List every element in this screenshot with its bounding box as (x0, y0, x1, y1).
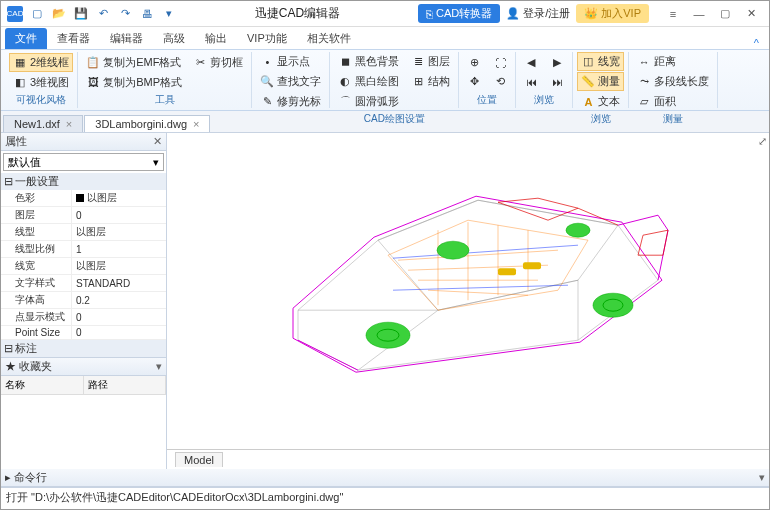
measure-label: 测量 (598, 74, 620, 89)
prop-value[interactable]: 以图层 (71, 224, 166, 240)
close-icon[interactable]: ✕ (739, 5, 763, 23)
linewidth-button[interactable]: ◫线宽 (577, 52, 624, 71)
prop-row[interactable]: 点显示模式0 (1, 309, 166, 326)
cut-button[interactable]: ✂剪切框 (189, 53, 247, 72)
distance-button[interactable]: ↔距离 (633, 52, 680, 71)
doc-tab-1[interactable]: 3DLamborgini.dwg× (84, 115, 210, 132)
settings-icon[interactable]: ≡ (661, 5, 685, 23)
login-button[interactable]: 👤 登录/注册 (506, 6, 570, 21)
nav-next-button[interactable]: ▶ (546, 54, 568, 72)
prop-row[interactable]: 文字样式STANDARD (1, 275, 166, 292)
prop-cat-marker-label: 标注 (15, 341, 37, 356)
ribbon-collapse-icon[interactable]: ^ (748, 37, 765, 49)
prop-value[interactable]: 0 (71, 207, 166, 223)
prop-value[interactable]: 0.2 (71, 292, 166, 308)
show-pt-button[interactable]: •显示点 (256, 52, 314, 71)
save-icon[interactable]: 💾 (73, 6, 89, 22)
text-button[interactable]: A文本 (577, 92, 624, 111)
prop-value[interactable]: STANDARD (71, 275, 166, 291)
fav-col-name[interactable]: 名称 (1, 376, 84, 394)
model-tab[interactable]: Model (175, 452, 223, 467)
black-bg-button[interactable]: ◼黑色背景 (334, 52, 403, 71)
ribbon-tab-advanced[interactable]: 高级 (153, 28, 195, 49)
prop-row[interactable]: 图层0 (1, 207, 166, 224)
prop-row[interactable]: 线宽以图层 (1, 258, 166, 275)
ribbon-tabstrip: 文件 查看器 编辑器 高级 输出 VIP功能 相关软件 ^ (1, 27, 769, 49)
fav-col-path[interactable]: 路径 (84, 376, 167, 394)
bw-draw-button[interactable]: ◐黑白绘图 (334, 72, 403, 91)
prop-key: 点显示模式 (1, 309, 71, 325)
ribbon-tab-vip[interactable]: VIP功能 (237, 28, 297, 49)
prop-value[interactable]: 1 (71, 241, 166, 257)
vip-button[interactable]: 👑 加入VIP (576, 4, 649, 23)
repair-cursor-button[interactable]: ✎修剪光标 (256, 92, 325, 111)
prop-value[interactable]: 以图层 (71, 258, 166, 274)
ribbon-group-position: ⊕⛶ ✥⟲ 位置 (459, 52, 516, 108)
wire2d-icon: ▦ (13, 55, 27, 69)
prop-value[interactable]: 以图层 (71, 190, 166, 206)
prop-row[interactable]: 色彩以图层 (1, 190, 166, 207)
layer-button[interactable]: ≣图层 (407, 52, 454, 71)
arc-button[interactable]: ⌒圆滑弧形 (334, 92, 403, 111)
cad-converter-button[interactable]: ⎘ CAD转换器 (418, 4, 500, 23)
prop-row[interactable]: 线型比例1 (1, 241, 166, 258)
command-panel: 打开 "D:\办公软件\迅捷CADEditor\CADEditorOcx\3DL… (1, 487, 769, 510)
maximize-icon[interactable]: ▢ (713, 5, 737, 23)
properties-panel: 属性✕ 默认值▾ ⊟ 一般设置 色彩以图层图层0线型以图层线型比例1线宽以图层文… (1, 133, 166, 358)
multiline-button[interactable]: ⤳多段线长度 (633, 72, 713, 91)
expand-icon[interactable]: ⤢ (758, 135, 767, 148)
prop-row[interactable]: 字体高0.2 (1, 292, 166, 309)
canvas[interactable]: ⤢ (167, 133, 769, 449)
pos-btn-4[interactable]: ⟲ (489, 73, 511, 91)
prop-row[interactable]: Point Size0 (1, 326, 166, 340)
bmp-icon: 🖼 (86, 75, 100, 89)
arc-label: 圆滑弧形 (355, 94, 399, 109)
wire2d-button[interactable]: ▦2维线框 (9, 53, 73, 72)
pos-btn-3[interactable]: ✥ (463, 73, 485, 91)
prop-row[interactable]: 线型以图层 (1, 224, 166, 241)
nav-prev-button[interactable]: ◀ (520, 54, 542, 72)
redo-icon[interactable]: ↷ (117, 6, 133, 22)
new-icon[interactable]: ▢ (29, 6, 45, 22)
pos-btn-1[interactable]: ⊕ (463, 54, 485, 72)
pin-icon[interactable]: ✕ (153, 135, 162, 148)
ribbon-tab-output[interactable]: 输出 (195, 28, 237, 49)
prop-value[interactable]: 0 (71, 309, 166, 325)
pos-btn-2[interactable]: ⛶ (489, 54, 511, 72)
print-icon[interactable]: 🖶 (139, 6, 155, 22)
prop-cat-general[interactable]: ⊟ 一般设置 (1, 173, 166, 190)
find-text-button[interactable]: 🔍查找文字 (256, 72, 325, 91)
copy-bmp-button[interactable]: 🖼复制为BMP格式 (82, 73, 186, 92)
open-icon[interactable]: 📂 (51, 6, 67, 22)
prop-key: 线型 (1, 224, 71, 240)
doc-tab-0[interactable]: New1.dxf× (3, 115, 83, 132)
copy-emf-button[interactable]: 📋复制为EMF格式 (82, 53, 185, 72)
black-bg-label: 黑色背景 (355, 54, 399, 69)
view3d-button[interactable]: ◧3维视图 (9, 73, 73, 92)
ribbon-tab-related[interactable]: 相关软件 (297, 28, 361, 49)
cmd-pin-icon[interactable]: ▾ (759, 471, 765, 484)
doc-tab-1-close-icon[interactable]: × (193, 118, 199, 130)
ribbon-tab-file[interactable]: 文件 (5, 28, 47, 49)
qat-more-icon[interactable]: ▾ (161, 6, 177, 22)
left-panels: 属性✕ 默认值▾ ⊟ 一般设置 色彩以图层图层0线型以图层线型比例1线宽以图层文… (1, 133, 167, 469)
viewport: ⤢ (167, 133, 769, 469)
area-label: 面积 (654, 94, 676, 109)
ribbon-tab-viewer[interactable]: 查看器 (47, 28, 100, 49)
area-button[interactable]: ▱面积 (633, 92, 680, 111)
undo-icon[interactable]: ↶ (95, 6, 111, 22)
prop-cat-marker[interactable]: ⊟ 标注 (1, 340, 166, 357)
fav-pin-icon[interactable]: ▾ (156, 360, 162, 373)
measure-button[interactable]: 📏测量 (577, 72, 624, 91)
properties-combo[interactable]: 默认值▾ (3, 153, 164, 171)
rotate-icon: ⟲ (493, 75, 507, 89)
prop-key: 文字样式 (1, 275, 71, 291)
nav-last-button[interactable]: ⏭ (546, 73, 568, 91)
prop-value[interactable]: 0 (71, 326, 166, 339)
nav-first-button[interactable]: ⏮ (520, 73, 542, 91)
doc-tab-0-close-icon[interactable]: × (66, 118, 72, 130)
ribbon-tab-editor[interactable]: 编辑器 (100, 28, 153, 49)
minimize-icon[interactable]: — (687, 5, 711, 23)
struct-button[interactable]: ⊞结构 (407, 72, 454, 91)
prop-cat-general-label: 一般设置 (15, 174, 59, 189)
